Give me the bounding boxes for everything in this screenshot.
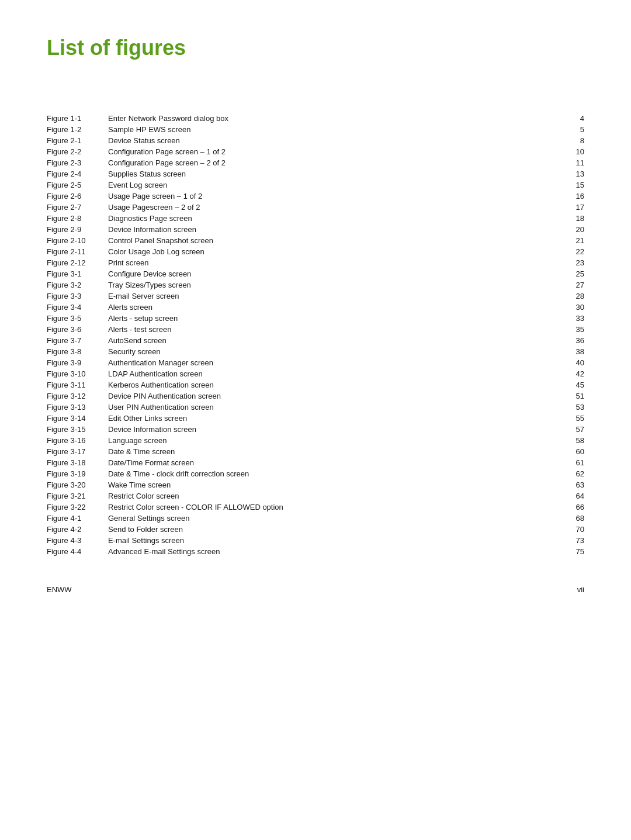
toc-row: Figure 2-5 Event Log screen 15 — [47, 179, 584, 191]
toc-row: Figure 3-16 Language screen 58 — [47, 435, 584, 446]
fig-label: Figure 2-7 — [47, 203, 108, 212]
fig-leader — [186, 542, 566, 543]
toc-row: Figure 3-14 Edit Other Links screen 55 — [47, 413, 584, 424]
fig-label: Figure 2-9 — [47, 225, 108, 234]
fig-label: Figure 4-3 — [47, 536, 108, 545]
fig-title: Send to Folder screen — [108, 525, 183, 534]
fig-leader — [192, 520, 566, 521]
fig-leader — [193, 276, 566, 276]
fig-page: 5 — [568, 125, 584, 134]
fig-title: Edit Other Links screen — [108, 414, 187, 423]
toc-row: Figure 1-2 Sample HP EWS screen 5 — [47, 124, 584, 135]
page-footer: ENWW vii — [47, 580, 584, 594]
fig-label: Figure 3-12 — [47, 392, 108, 400]
fig-title: Security screen — [108, 347, 161, 356]
fig-page: 75 — [568, 547, 584, 556]
toc-row: Figure 2-10 Control Panel Snapshot scree… — [47, 235, 584, 246]
toc-row: Figure 3-19 Date & Time - clock drift co… — [47, 468, 584, 479]
fig-title: Wake Time screen — [108, 481, 171, 489]
fig-title: Device Information screen — [108, 425, 196, 434]
fig-leader — [223, 398, 566, 399]
toc-row: Figure 2-4 Supplies Status screen 13 — [47, 168, 584, 179]
fig-label: Figure 3-22 — [47, 503, 108, 511]
fig-leader — [216, 243, 566, 243]
fig-label: Figure 2-1 — [47, 136, 108, 145]
fig-leader — [155, 309, 566, 310]
fig-page: 23 — [568, 258, 584, 267]
fig-leader — [205, 376, 566, 376]
fig-leader — [181, 298, 566, 299]
toc-row: Figure 3-2 Tray Sizes/Types screen 27 — [47, 279, 584, 291]
fig-leader — [222, 554, 566, 554]
toc-row: Figure 3-8 Security screen 38 — [47, 346, 584, 357]
fig-page: 42 — [568, 369, 584, 378]
toc-row: Figure 3-17 Date & Time screen 60 — [47, 446, 584, 457]
fig-title: Color Usage Job Log screen — [108, 247, 204, 256]
fig-leader — [231, 120, 566, 121]
fig-leader — [163, 354, 566, 354]
fig-title: Alerts - test screen — [108, 325, 171, 334]
toc-row: Figure 4-2 Send to Folder screen 70 — [47, 524, 584, 535]
fig-label: Figure 3-14 — [47, 414, 108, 423]
toc-row: Figure 2-9 Device Information screen 20 — [47, 224, 584, 235]
fig-label: Figure 3-15 — [47, 425, 108, 434]
fig-label: Figure 2-8 — [47, 214, 108, 223]
fig-title: Enter Network Password dialog box — [108, 114, 228, 123]
fig-page: 45 — [568, 381, 584, 389]
fig-leader — [185, 531, 566, 532]
fig-page: 62 — [568, 469, 584, 478]
fig-page: 20 — [568, 225, 584, 234]
fig-title: Diagnostics Page screen — [108, 214, 192, 223]
fig-page: 40 — [568, 358, 584, 367]
toc-row: Figure 3-18 Date/Time Format screen 61 — [47, 457, 584, 468]
toc-row: Figure 4-1 General Settings screen 68 — [47, 513, 584, 524]
fig-label: Figure 3-4 — [47, 303, 108, 312]
fig-title: Sample HP EWS screen — [108, 125, 190, 134]
fig-label: Figure 3-19 — [47, 469, 108, 478]
fig-title: Tray Sizes/Types screen — [108, 281, 191, 289]
fig-leader — [151, 265, 566, 265]
fig-label: Figure 3-20 — [47, 481, 108, 489]
fig-label: Figure 1-1 — [47, 114, 108, 123]
fig-leader — [169, 443, 566, 443]
fig-leader — [182, 143, 566, 143]
fig-label: Figure 3-21 — [47, 492, 108, 500]
fig-page: 13 — [568, 170, 584, 178]
fig-label: Figure 3-2 — [47, 281, 108, 289]
fig-page: 30 — [568, 303, 584, 312]
fig-leader — [180, 320, 566, 321]
fig-page: 61 — [568, 458, 584, 467]
toc-row: Figure 3-22 Restrict Color screen - COLO… — [47, 502, 584, 513]
fig-page: 28 — [568, 292, 584, 300]
fig-label: Figure 2-11 — [47, 247, 108, 256]
fig-title: Configuration Page screen – 2 of 2 — [108, 158, 226, 167]
fig-page: 35 — [568, 325, 584, 334]
fig-leader — [174, 331, 566, 332]
fig-title: Device Information screen — [108, 225, 196, 234]
fig-leader — [228, 165, 566, 165]
fig-page: 36 — [568, 336, 584, 345]
fig-page: 33 — [568, 314, 584, 323]
footer-left: ENWW — [47, 585, 72, 594]
fig-label: Figure 3-13 — [47, 403, 108, 412]
fig-title: Advanced E-mail Settings screen — [108, 547, 220, 556]
fig-page: 68 — [568, 514, 584, 523]
footer-right: vii — [577, 585, 584, 594]
fig-title: Alerts screen — [108, 303, 152, 312]
fig-page: 25 — [568, 269, 584, 278]
fig-title: Device Status screen — [108, 136, 180, 145]
fig-title: Restrict Color screen — [108, 492, 179, 500]
fig-label: Figure 3-10 — [47, 369, 108, 378]
toc-row: Figure 3-20 Wake Time screen 63 — [47, 479, 584, 490]
fig-page: 66 — [568, 503, 584, 511]
toc-row: Figure 1-1 Enter Network Password dialog… — [47, 113, 584, 124]
fig-page: 15 — [568, 181, 584, 189]
toc-row: Figure 2-3 Configuration Page screen – 2… — [47, 157, 584, 168]
fig-title: E-mail Settings screen — [108, 536, 184, 545]
toc-row: Figure 2-2 Configuration Page screen – 1… — [47, 146, 584, 157]
fig-label: Figure 3-9 — [47, 358, 108, 367]
toc-row: Figure 2-12 Print screen 23 — [47, 257, 584, 268]
fig-page: 10 — [568, 147, 584, 156]
fig-label: Figure 3-5 — [47, 314, 108, 323]
fig-title: Print screen — [108, 258, 148, 267]
